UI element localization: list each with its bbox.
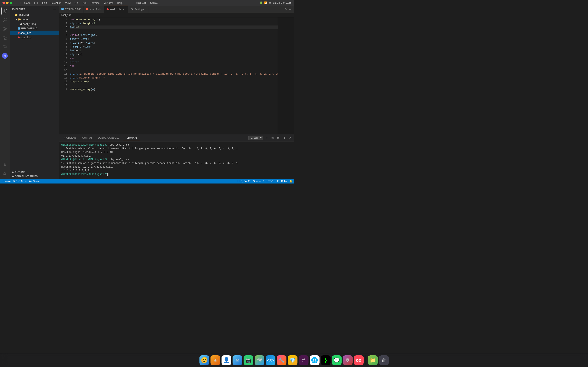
- explorer-more[interactable]: ···: [53, 7, 56, 11]
- error-count: 0: [16, 180, 17, 183]
- activity-run-debug[interactable]: [1, 34, 9, 42]
- split-editor-button[interactable]: ⧉: [284, 7, 287, 12]
- tab-problems[interactable]: PROBLEMS: [61, 136, 79, 140]
- more-actions-button[interactable]: ···: [288, 7, 292, 12]
- soal1rb-label: soal_1.rb: [20, 31, 31, 34]
- menu-view[interactable]: View: [63, 1, 72, 5]
- sidebar-header: EXPLORER ···: [10, 6, 59, 13]
- menu-help[interactable]: Help: [115, 1, 124, 5]
- activity-accounts[interactable]: [1, 161, 9, 168]
- kill-terminal-button[interactable]: 🗑: [276, 136, 281, 140]
- terminal-maximize-button[interactable]: ▲: [282, 136, 287, 140]
- tab-settings-label: Settings: [134, 8, 144, 11]
- tree-item-soal1png[interactable]: 🖼 soal_1.png: [10, 22, 59, 26]
- menu-edit[interactable]: Edit: [41, 1, 48, 5]
- encoding-label: UTF-8: [267, 180, 273, 183]
- titlebar-right: 🔋 📶 ⚙ Sat 13 Mar 10.55: [259, 1, 292, 4]
- terminal-output-2: Masukan angka: 1,2,3,4,5,6,7,8,9,10: [61, 151, 113, 154]
- tab-settings[interactable]: ⚙ Settings: [128, 6, 148, 13]
- code-line-15: print "1. Buatlah sebuah algoritma untuk…: [70, 72, 278, 76]
- terminal-close-button[interactable]: ✕: [288, 136, 292, 140]
- tree-item-readme[interactable]: ▶ M README.MD: [10, 26, 59, 31]
- code-line-5: while(left<right): [70, 33, 278, 37]
- root-label: TUGAS1: [18, 13, 29, 17]
- ln-19: 19: [59, 87, 67, 91]
- chevron-right-icon-outline: ▶: [12, 171, 14, 173]
- code-line-7: n[left] = n[right]: [70, 41, 278, 45]
- status-live-share[interactable]: ↗ Live Share: [25, 180, 39, 183]
- maximize-button[interactable]: [10, 2, 12, 4]
- code-line-4: [70, 29, 278, 33]
- status-bar: ⎇ main ✕ 0 ⚠ 0 ↗ Live Share Ln 3, Col 11…: [0, 179, 294, 184]
- activity-source-control[interactable]: [1, 25, 9, 33]
- menu-file[interactable]: File: [33, 1, 40, 5]
- status-git-branch[interactable]: ⎇ main: [2, 180, 11, 183]
- activity-avatar[interactable]: N: [2, 53, 8, 59]
- code-editor[interactable]: def reverse_array(n) right = n.length - …: [69, 17, 278, 134]
- tree-item-ouput[interactable]: ▾ 📂 ouput: [10, 17, 59, 22]
- terminal-prompt-1: dikakoko@Dikakokos-MBP tugas1 %: [61, 143, 107, 146]
- activity-bar: N: [0, 6, 10, 179]
- tab-terminal[interactable]: TERMINAL: [123, 136, 140, 140]
- sonarlint-label: SONARLINT RULES: [15, 175, 38, 177]
- status-line-ending[interactable]: LF: [276, 180, 279, 183]
- battery-icon: 🔋: [259, 1, 263, 4]
- close-button[interactable]: [2, 2, 5, 4]
- ln-4: 4: [59, 29, 67, 33]
- status-spaces[interactable]: Spaces: 2: [253, 180, 264, 183]
- add-terminal-button[interactable]: ＋: [265, 136, 269, 140]
- outline-label: OUTLINE: [15, 171, 26, 173]
- activity-search[interactable]: [1, 16, 9, 24]
- status-errors[interactable]: ✕ 0 ⚠ 0: [13, 180, 22, 183]
- tree-item-soal1rb[interactable]: ▶ soal_1.rb: [10, 31, 59, 35]
- menu-window[interactable]: Window: [102, 1, 115, 5]
- ouput-label: ouput: [22, 18, 29, 21]
- menu-run[interactable]: Run: [80, 1, 88, 5]
- menu-selection[interactable]: Selection: [49, 1, 63, 5]
- terminal-content[interactable]: dikakoko@Dikakokos-MBP tugas1 % ruby soa…: [59, 142, 294, 179]
- breadcrumb-file: soal_1.rb: [61, 14, 71, 17]
- ln-10: 10: [59, 53, 67, 57]
- ln-9: 9: [59, 49, 67, 53]
- tab-readme[interactable]: M README.MD: [59, 6, 84, 13]
- minimize-button[interactable]: [6, 2, 9, 4]
- tab-soal1[interactable]: soal_1.rb ✕: [104, 6, 128, 13]
- status-position[interactable]: Ln 3, Col 11: [237, 180, 251, 183]
- code-line-9: left += 1: [70, 49, 278, 53]
- menu-code[interactable]: Code: [23, 1, 32, 5]
- ln-12: 12: [59, 60, 67, 64]
- gear-tab-icon: ⚙: [130, 8, 133, 11]
- warning-icon: ⚠: [18, 180, 20, 183]
- terminal-line-3: Masukan angka: 1,2,3,4,5,6,7,8,9,10: [61, 150, 292, 154]
- outline-section[interactable]: ▶ OUTLINE: [10, 170, 59, 174]
- split-terminal-button[interactable]: ⧉: [271, 136, 274, 140]
- tree-root[interactable]: ▾ 📁 TUGAS1: [10, 13, 59, 17]
- menu-terminal[interactable]: Terminal: [89, 1, 102, 5]
- status-feedback[interactable]: 🔔: [289, 180, 292, 183]
- sonarlint-section[interactable]: ▶ SONARLINT RULES: [10, 174, 59, 178]
- chevron-down-icon: ▾: [11, 14, 15, 16]
- shell-selector[interactable]: 1: zsh: [249, 136, 263, 140]
- ln-18: 18: [59, 83, 67, 87]
- terminal-cmd-2: ruby soal_1.rb: [107, 158, 129, 161]
- terminal-tab-bar: PROBLEMS OUTPUT DEBUG CONSOLE TERMINAL 1…: [59, 134, 294, 142]
- git-branch-icon: ⎇: [2, 180, 4, 183]
- menu-go[interactable]: Go: [73, 1, 80, 5]
- activity-explorer[interactable]: [1, 7, 9, 15]
- tab-debug-console[interactable]: DEBUG CONSOLE: [95, 136, 122, 140]
- tree-item-soal2rb[interactable]: ▶ soal_2.rb: [10, 35, 59, 40]
- activity-extensions[interactable]: [1, 43, 9, 50]
- code-line-3: left = 0: [70, 25, 278, 29]
- ln-17: 17: [59, 80, 67, 83]
- activity-settings[interactable]: [1, 170, 9, 177]
- terminal-line-8: 1,2,3,4,5,6,7,8,9,01: [61, 169, 292, 173]
- status-encoding[interactable]: UTF-8: [267, 180, 273, 183]
- ln-3: 3: [59, 25, 67, 29]
- tab-close-soal1[interactable]: ✕: [122, 8, 125, 11]
- code-line-17: n = gets.chomp: [70, 80, 278, 83]
- menu-apple[interactable]: : [18, 1, 22, 5]
- tab-soal2[interactable]: soal_2.rb: [84, 6, 104, 13]
- tab-output[interactable]: OUTPUT: [80, 136, 95, 140]
- ln-6: 6: [59, 37, 67, 41]
- status-language[interactable]: Ruby: [281, 180, 287, 183]
